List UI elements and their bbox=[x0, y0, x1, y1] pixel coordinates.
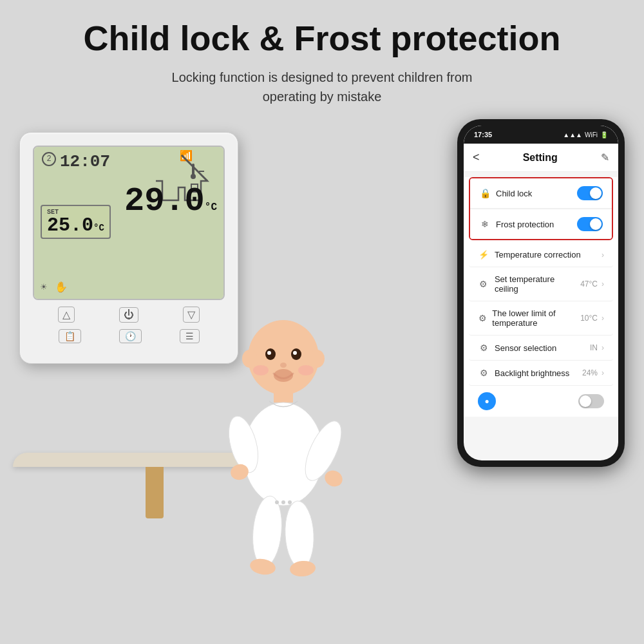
svg-point-27 bbox=[281, 500, 285, 504]
page-header: Child lock & Frost protection Locking fu… bbox=[0, 0, 644, 113]
chevron-icon-3: › bbox=[601, 343, 604, 352]
temp-ceiling-icon: ⚙ bbox=[478, 279, 489, 289]
baby-figure bbox=[200, 280, 367, 602]
baby-svg bbox=[213, 306, 354, 602]
backlight-item[interactable]: ⚙ Backlight brightness 24% › bbox=[469, 361, 613, 386]
book-icon[interactable]: 📋 bbox=[59, 329, 81, 343]
child-lock-toggle[interactable] bbox=[577, 186, 603, 200]
table-leg bbox=[146, 467, 164, 518]
svg-point-6 bbox=[242, 350, 258, 368]
temp-ceiling-item[interactable]: ⚙ Set temperature ceiling 47°C › bbox=[469, 267, 613, 301]
blue-circle-icon: ● bbox=[478, 392, 496, 410]
temp-ceiling-value: 47°C bbox=[580, 279, 598, 289]
chevron-icon-4: › bbox=[601, 368, 604, 377]
status-bar: 17:35 ▲▲▲ WiFi 🔋 bbox=[464, 126, 618, 144]
toggle-knob-3 bbox=[580, 395, 591, 407]
main-title: Child lock & Frost protection bbox=[39, 19, 605, 57]
svg-point-7 bbox=[309, 350, 325, 368]
main-temperature: 29.0°C bbox=[124, 182, 217, 220]
backlight-icon: ⚙ bbox=[478, 368, 489, 378]
zone-number: 2 bbox=[42, 152, 56, 166]
backlight-value: 24% bbox=[582, 368, 598, 377]
up-arrow-icon[interactable]: △ bbox=[58, 307, 75, 323]
temp-correction-label: Temperature correction bbox=[495, 250, 581, 260]
temp-lower-label: The lower limit of temperature bbox=[492, 308, 580, 328]
frost-protection-item[interactable]: ❄ Frost protection bbox=[470, 209, 612, 239]
svg-point-22 bbox=[274, 369, 293, 382]
set-temperature-box: SET 25.0°C bbox=[41, 205, 111, 239]
phone-container: 17:35 ▲▲▲ WiFi 🔋 < Setting ✎ bbox=[457, 119, 631, 480]
svg-point-28 bbox=[288, 500, 292, 504]
set-temp-value: 25.0°C bbox=[47, 216, 104, 235]
frost-protection-label: Frost protection bbox=[496, 220, 554, 229]
svg-point-20 bbox=[267, 351, 271, 355]
settings-list: 🔒 Child lock ❄ bbox=[464, 177, 618, 417]
thermostat-buttons: △ ⏻ ▽ bbox=[33, 307, 225, 323]
sensor-label: Sensor selection bbox=[495, 343, 556, 353]
highlighted-settings-box: 🔒 Child lock ❄ bbox=[469, 177, 613, 240]
edit-button[interactable]: ✎ bbox=[601, 151, 609, 164]
phone-outer: 17:35 ▲▲▲ WiFi 🔋 < Setting ✎ bbox=[457, 119, 625, 467]
battery-icon: 🔋 bbox=[600, 131, 608, 138]
menu-icon[interactable]: ☰ bbox=[180, 329, 200, 343]
svg-rect-8 bbox=[274, 390, 293, 402]
svg-point-24 bbox=[253, 365, 269, 375]
temp-lower-item[interactable]: ⚙ The lower limit of temperature 10°C › bbox=[469, 301, 613, 336]
bottom-toggle[interactable] bbox=[578, 394, 604, 408]
temp-correction-item[interactable]: ⚡ Temperature correction › bbox=[469, 243, 613, 267]
clock-icon[interactable]: 🕐 bbox=[119, 329, 142, 343]
frost-icon: ❄ bbox=[479, 219, 491, 229]
down-arrow-icon[interactable]: ▽ bbox=[183, 307, 200, 323]
time-display: 12:07 bbox=[60, 152, 110, 171]
wifi-status-icon: WiFi bbox=[585, 131, 598, 138]
status-time: 17:35 bbox=[474, 131, 492, 138]
sensor-icon: ⚙ bbox=[478, 343, 489, 353]
toggle-knob bbox=[590, 187, 601, 199]
phone-screen: 17:35 ▲▲▲ WiFi 🔋 < Setting ✎ bbox=[464, 126, 618, 460]
app-title: Setting bbox=[523, 152, 558, 164]
sun-icon: ☀ bbox=[41, 281, 47, 294]
back-button[interactable]: < bbox=[473, 151, 480, 164]
temp-lower-icon: ⚙ bbox=[478, 313, 487, 323]
subtitle: Locking function is designed to prevent … bbox=[39, 68, 605, 106]
bottom-icons-row: 📋 🕐 ☰ bbox=[33, 327, 225, 343]
svg-rect-3 bbox=[192, 164, 194, 178]
screen-inner: 2 12:07 📶 bbox=[34, 147, 223, 299]
content-area: 2 12:07 📶 bbox=[0, 113, 644, 602]
svg-point-26 bbox=[275, 500, 279, 504]
bottom-toggle-item[interactable]: ● bbox=[469, 386, 613, 417]
thermostat-screen: 2 12:07 📶 bbox=[33, 146, 225, 300]
power-icon[interactable]: ⏻ bbox=[119, 307, 138, 323]
child-lock-label: Child lock bbox=[496, 189, 532, 198]
sensor-value: IN bbox=[590, 343, 598, 352]
temp-ceiling-label: Set temperature ceiling bbox=[495, 274, 580, 294]
circle-icon-inner: ● bbox=[484, 397, 489, 406]
chevron-icon-2: › bbox=[601, 314, 604, 323]
frost-protection-toggle[interactable] bbox=[577, 217, 603, 231]
chevron-icon-0: › bbox=[601, 251, 604, 260]
svg-point-14 bbox=[250, 495, 284, 568]
svg-point-23 bbox=[280, 363, 287, 368]
screen-bottom-icons: ☀ ✋ bbox=[41, 281, 68, 294]
sensor-selection-item[interactable]: ⚙ Sensor selection IN › bbox=[469, 336, 613, 361]
temp-correction-icon: ⚡ bbox=[478, 250, 489, 260]
backlight-label: Backlight brightness bbox=[495, 368, 569, 378]
svg-point-5 bbox=[248, 320, 319, 395]
signal-icon: ▲▲▲ bbox=[563, 131, 582, 138]
toggle-knob-2 bbox=[590, 218, 601, 230]
app-header: < Setting ✎ bbox=[464, 144, 618, 172]
chevron-icon-1: › bbox=[601, 279, 604, 289]
lock-icon: 🔒 bbox=[479, 188, 491, 198]
temp-lower-value: 10°C bbox=[580, 314, 598, 323]
hand-icon: ✋ bbox=[55, 281, 68, 294]
status-icons: ▲▲▲ WiFi 🔋 bbox=[563, 131, 608, 138]
svg-point-15 bbox=[283, 500, 315, 569]
child-lock-item[interactable]: 🔒 Child lock bbox=[470, 178, 612, 209]
svg-point-25 bbox=[298, 365, 314, 375]
svg-point-21 bbox=[293, 351, 297, 355]
